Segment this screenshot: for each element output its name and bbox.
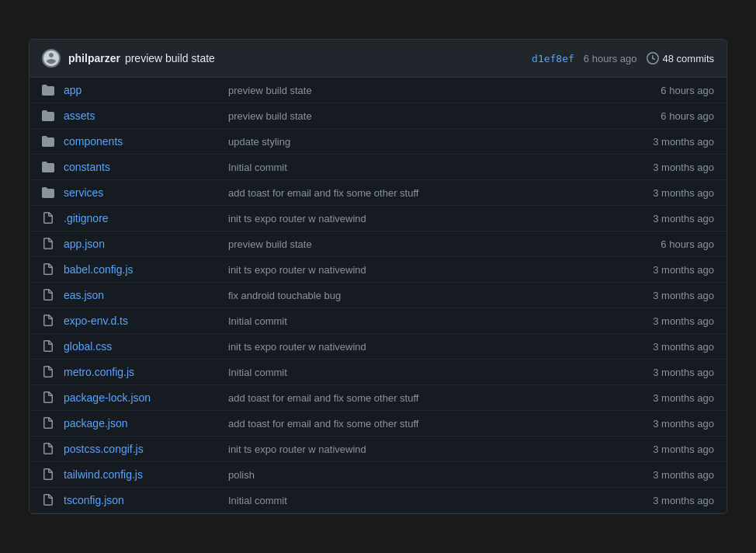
file-icon xyxy=(42,289,54,301)
clock-icon xyxy=(647,52,659,64)
table-row: components update styling 3 months ago xyxy=(29,129,727,155)
file-commit-message: init ts expo router w nativewind xyxy=(228,341,619,353)
file-icon xyxy=(42,494,54,506)
file-time: 3 months ago xyxy=(629,213,714,224)
file-time: 3 months ago xyxy=(629,264,714,276)
table-row: assets preview build state 6 hours ago xyxy=(29,103,727,129)
table-row: .gitignore init ts expo router w nativew… xyxy=(29,206,727,231)
file-commit-message: polish xyxy=(228,469,619,481)
table-row: constants Initial commit 3 months ago xyxy=(29,155,727,180)
file-name[interactable]: metro.config.js xyxy=(64,366,219,378)
table-row: global.css init ts expo router w nativew… xyxy=(29,334,727,360)
table-row: package-lock.json add toast for email an… xyxy=(29,385,727,411)
file-time: 3 months ago xyxy=(629,469,714,481)
file-commit-message: Initial commit xyxy=(228,162,619,173)
file-name[interactable]: eas.json xyxy=(64,289,219,301)
table-row: metro.config.js Initial commit 3 months … xyxy=(29,360,727,385)
file-icon xyxy=(42,212,54,224)
file-commit-message: preview build state xyxy=(228,238,619,250)
header-commit-message: preview build state xyxy=(125,52,215,64)
repo-header: philparzer preview build state d1ef8ef 6… xyxy=(29,40,727,78)
table-row: app.json preview build state 6 hours ago xyxy=(29,231,727,257)
file-commit-message: preview build state xyxy=(228,110,619,122)
file-name[interactable]: components xyxy=(64,135,219,148)
file-icon xyxy=(42,315,54,327)
file-time: 3 months ago xyxy=(629,187,714,199)
table-row: expo-env.d.ts Initial commit 3 months ag… xyxy=(29,308,727,334)
folder-icon xyxy=(42,84,54,96)
file-time: 3 months ago xyxy=(629,341,714,353)
folder-icon xyxy=(42,186,54,199)
file-name[interactable]: global.css xyxy=(64,340,219,353)
file-icon xyxy=(42,443,54,455)
file-name[interactable]: expo-env.d.ts xyxy=(64,315,219,327)
table-row: tsconfig.json Initial commit 3 months ag… xyxy=(29,488,727,513)
file-icon xyxy=(42,238,54,250)
file-icon xyxy=(42,417,54,430)
header-username[interactable]: philparzer xyxy=(68,52,120,64)
file-commit-message: add toast for email and fix some other s… xyxy=(228,392,619,404)
file-commit-message: add toast for email and fix some other s… xyxy=(228,187,619,199)
file-commit-message: preview build state xyxy=(228,85,619,96)
file-icon xyxy=(42,391,54,404)
file-name[interactable]: package-lock.json xyxy=(64,391,219,404)
folder-icon xyxy=(42,110,54,122)
file-name[interactable]: constants xyxy=(64,161,219,173)
file-icon xyxy=(42,340,54,353)
file-name[interactable]: tailwind.config.js xyxy=(64,468,219,481)
file-time: 3 months ago xyxy=(629,315,714,327)
file-name[interactable]: assets xyxy=(64,110,219,122)
commits-count: 48 commits xyxy=(647,52,714,64)
file-time: 3 months ago xyxy=(629,392,714,404)
file-commit-message: init ts expo router w nativewind xyxy=(228,264,619,276)
file-commit-message: Initial commit xyxy=(228,367,619,378)
file-name[interactable]: tsconfig.json xyxy=(64,494,219,506)
avatar xyxy=(42,49,61,68)
commits-count-label[interactable]: 48 commits xyxy=(663,53,714,64)
table-row: eas.json fix android touchable bug 3 mon… xyxy=(29,283,727,308)
file-time: 3 months ago xyxy=(629,290,714,301)
file-icon xyxy=(42,263,54,276)
file-name[interactable]: .gitignore xyxy=(64,212,219,224)
file-name[interactable]: app xyxy=(64,84,219,96)
file-time: 6 hours ago xyxy=(629,110,714,122)
file-time: 3 months ago xyxy=(629,443,714,455)
repo-container: philparzer preview build state d1ef8ef 6… xyxy=(29,39,727,514)
file-time: 3 months ago xyxy=(629,495,714,506)
file-name[interactable]: package.json xyxy=(64,417,219,430)
table-row: package.json add toast for email and fix… xyxy=(29,411,727,436)
file-commit-message: fix android touchable bug xyxy=(228,290,619,301)
header-info: philparzer preview build state xyxy=(68,52,524,64)
file-time: 3 months ago xyxy=(629,162,714,173)
table-row: services add toast for email and fix som… xyxy=(29,180,727,206)
commit-hash[interactable]: d1ef8ef xyxy=(532,53,574,64)
file-list: app preview build state 6 hours ago asse… xyxy=(29,78,727,513)
folder-icon xyxy=(42,161,54,173)
file-time: 3 months ago xyxy=(629,367,714,378)
file-name[interactable]: app.json xyxy=(64,238,219,250)
table-row: babel.config.js init ts expo router w na… xyxy=(29,257,727,283)
file-time: 3 months ago xyxy=(629,418,714,430)
file-commit-message: init ts expo router w nativewind xyxy=(228,443,619,455)
file-name[interactable]: babel.config.js xyxy=(64,263,219,276)
file-commit-message: Initial commit xyxy=(228,495,619,506)
file-time: 3 months ago xyxy=(629,136,714,148)
header-meta: d1ef8ef 6 hours ago 48 commits xyxy=(532,52,714,64)
file-name[interactable]: postcss.congif.js xyxy=(64,443,219,455)
file-commit-message: Initial commit xyxy=(228,315,619,327)
file-time: 6 hours ago xyxy=(629,85,714,96)
file-time: 6 hours ago xyxy=(629,238,714,250)
file-commit-message: update styling xyxy=(228,136,619,148)
file-icon xyxy=(42,366,54,378)
file-name[interactable]: services xyxy=(64,186,219,199)
file-commit-message: add toast for email and fix some other s… xyxy=(228,418,619,430)
header-time: 6 hours ago xyxy=(584,53,637,64)
file-icon xyxy=(42,468,54,481)
table-row: postcss.congif.js init ts expo router w … xyxy=(29,436,727,462)
table-row: tailwind.config.js polish 3 months ago xyxy=(29,462,727,488)
table-row: app preview build state 6 hours ago xyxy=(29,78,727,103)
file-commit-message: init ts expo router w nativewind xyxy=(228,213,619,224)
folder-icon xyxy=(42,135,54,148)
